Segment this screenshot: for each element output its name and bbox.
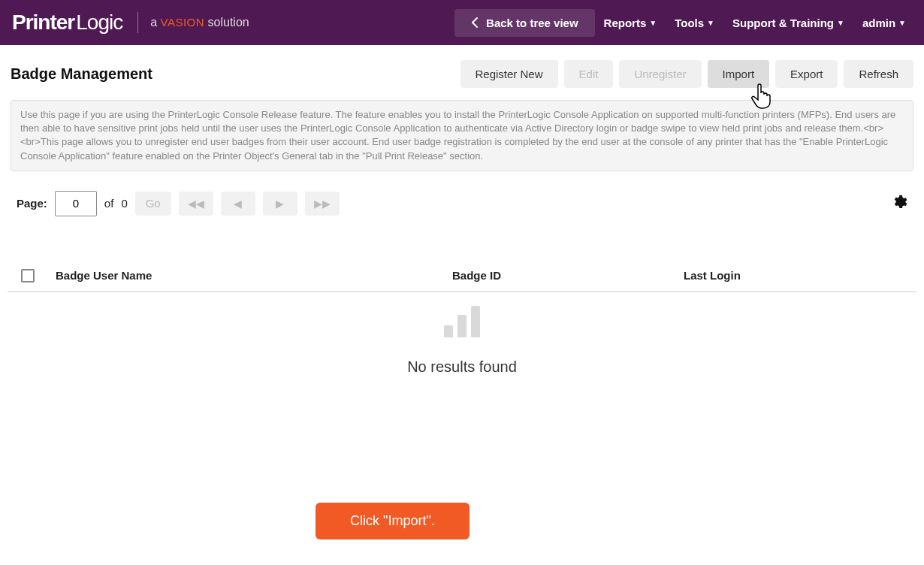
tagline-prefix: a bbox=[150, 16, 160, 29]
logo[interactable]: Printer Logic bbox=[9, 11, 125, 35]
pager-next-button[interactable]: ▶ bbox=[263, 192, 297, 216]
edit-button[interactable]: Edit bbox=[564, 60, 614, 88]
table-header: Badge User Name Badge ID Last Login bbox=[8, 224, 916, 292]
column-badge-user-name[interactable]: Badge User Name bbox=[56, 269, 431, 282]
column-last-login[interactable]: Last Login bbox=[684, 269, 741, 282]
tagline: a VASION solution bbox=[150, 16, 249, 29]
select-all-checkbox[interactable] bbox=[21, 269, 35, 282]
page-header: Badge Management Register New Edit Unreg… bbox=[0, 45, 924, 95]
export-button[interactable]: Export bbox=[775, 60, 838, 88]
info-box: Use this page if you are using the Print… bbox=[11, 100, 913, 171]
pager-of: of bbox=[104, 197, 114, 210]
page-input[interactable] bbox=[55, 191, 97, 216]
logo-divider bbox=[137, 12, 138, 33]
chevron-left-icon bbox=[471, 17, 479, 28]
tagline-suffix: solution bbox=[204, 16, 249, 29]
nav-admin[interactable]: admin▼ bbox=[853, 17, 915, 29]
caret-down-icon: ▼ bbox=[898, 19, 906, 27]
caret-down-icon: ▼ bbox=[707, 19, 714, 27]
page-title: Badge Management bbox=[11, 65, 152, 83]
no-results-text: No results found bbox=[407, 358, 517, 376]
bars-icon bbox=[444, 306, 480, 337]
caret-down-icon: ▼ bbox=[649, 19, 657, 27]
import-button[interactable]: Import bbox=[708, 60, 770, 88]
back-label: Back to tree view bbox=[486, 17, 578, 29]
unregister-button[interactable]: Unregister bbox=[619, 60, 701, 88]
refresh-button[interactable]: Refresh bbox=[844, 60, 913, 88]
column-badge-id[interactable]: Badge ID bbox=[452, 269, 663, 282]
pager-total: 0 bbox=[121, 197, 127, 210]
gear-icon bbox=[891, 194, 907, 210]
instruction-tooltip: Click "Import". bbox=[316, 503, 470, 539]
pager-label: Page: bbox=[17, 197, 47, 210]
back-to-tree-view-button[interactable]: Back to tree view bbox=[454, 9, 595, 37]
pager-first-button[interactable]: ◀◀ bbox=[179, 192, 213, 216]
top-bar: Printer Logic a VASION solution Back to … bbox=[0, 0, 924, 45]
logo-text-printer: Printer bbox=[12, 11, 74, 35]
settings-gear-button[interactable] bbox=[891, 194, 907, 213]
register-new-button[interactable]: Register New bbox=[460, 60, 558, 88]
tagline-brand: VASION bbox=[161, 16, 205, 29]
pager-go-button[interactable]: Go bbox=[135, 192, 171, 216]
nav-tools[interactable]: Tools▼ bbox=[666, 17, 723, 29]
nav-reports[interactable]: Reports▼ bbox=[595, 17, 666, 29]
pager: Page: of 0 Go ◀◀ ◀ ▶ ▶▶ bbox=[0, 176, 924, 224]
empty-state: No results found bbox=[0, 306, 924, 376]
pager-prev-button[interactable]: ◀ bbox=[221, 192, 255, 216]
pager-last-button[interactable]: ▶▶ bbox=[305, 192, 340, 216]
caret-down-icon: ▼ bbox=[837, 19, 844, 27]
nav-support-training[interactable]: Support & Training▼ bbox=[723, 17, 853, 29]
logo-text-logic: Logic bbox=[76, 11, 122, 35]
